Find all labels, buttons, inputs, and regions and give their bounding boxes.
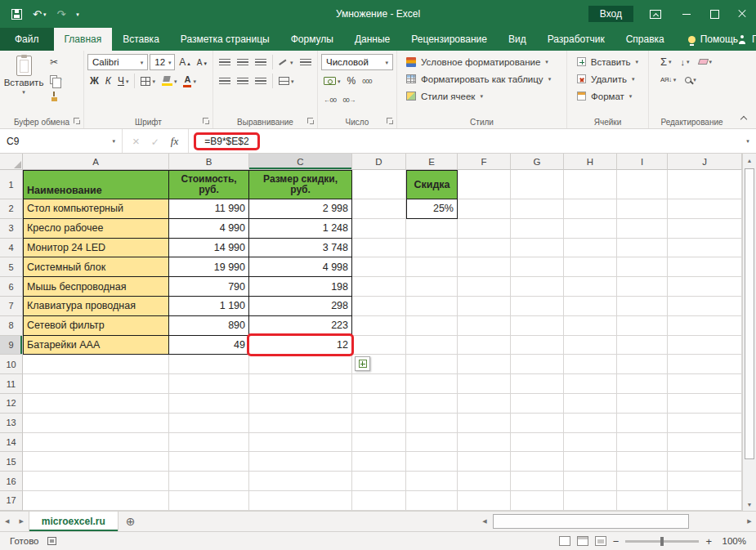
row-header-6[interactable]: 6 xyxy=(0,277,23,297)
cell-F16[interactable] xyxy=(458,472,511,491)
cell-A9[interactable]: Батарейки AAA xyxy=(23,336,169,355)
font-color-button[interactable]: А xyxy=(181,73,198,89)
cell-F14[interactable] xyxy=(458,433,511,453)
column-header-E[interactable]: E xyxy=(406,154,458,170)
enter-icon[interactable] xyxy=(151,134,159,149)
underline-button[interactable]: Ч xyxy=(115,73,132,89)
cell-B11[interactable] xyxy=(169,374,249,394)
row-header-4[interactable]: 4 xyxy=(0,239,23,258)
cell-E6[interactable] xyxy=(406,277,458,297)
cell-A1[interactable]: Наименование xyxy=(23,170,169,199)
cell-C14[interactable] xyxy=(249,433,352,453)
cell-E5[interactable] xyxy=(406,257,458,277)
minimize-button[interactable] xyxy=(673,0,700,28)
align-bottom-button[interactable] xyxy=(253,54,269,70)
cell-C3[interactable]: 1 248 xyxy=(249,219,352,239)
font-size-combo[interactable]: 12 xyxy=(150,54,175,70)
cell-A17[interactable] xyxy=(23,491,169,511)
font-name-combo[interactable]: Calibri xyxy=(87,54,148,70)
macro-record-icon[interactable] xyxy=(47,537,56,545)
cell-styles-button[interactable]: Стили ячеек xyxy=(400,87,563,105)
cell-C2[interactable]: 2 998 xyxy=(249,199,352,219)
cell-D7[interactable] xyxy=(352,297,406,316)
dialog-launcher-icon[interactable] xyxy=(74,118,81,125)
cell-F17[interactable] xyxy=(458,491,511,511)
redo-button[interactable] xyxy=(56,9,65,20)
cell-C5[interactable]: 4 998 xyxy=(249,257,352,277)
dialog-launcher-icon[interactable] xyxy=(203,118,210,125)
tab-help[interactable]: Помощь xyxy=(688,28,738,51)
row-header-2[interactable]: 2 xyxy=(0,199,23,219)
normal-view-button[interactable] xyxy=(559,536,570,546)
insert-cells-button[interactable]: Вставить xyxy=(570,53,645,70)
decrease-decimal-button[interactable]: 00→ xyxy=(340,92,357,108)
cell-E3[interactable] xyxy=(406,219,458,239)
zoom-in-button[interactable] xyxy=(705,536,712,547)
column-header-H[interactable]: H xyxy=(564,154,617,170)
cell-D16[interactable] xyxy=(352,472,406,491)
cell-J7[interactable] xyxy=(668,297,742,316)
cell-E1[interactable]: Скидка xyxy=(406,170,458,199)
cell-E17[interactable] xyxy=(406,491,458,511)
cell-F5[interactable] xyxy=(458,257,511,277)
cell-H9[interactable] xyxy=(564,336,617,355)
close-button[interactable] xyxy=(728,0,756,28)
row-header-1[interactable]: 1 xyxy=(0,170,23,199)
cell-F15[interactable] xyxy=(458,452,511,472)
fill-button[interactable] xyxy=(678,54,692,70)
new-sheet-button[interactable] xyxy=(119,512,143,531)
cell-A8[interactable]: Сетевой фильтр xyxy=(23,316,169,336)
cell-B4[interactable]: 14 990 xyxy=(169,239,249,258)
tab-Файл[interactable]: Файл xyxy=(0,28,54,51)
scroll-down-icon[interactable] xyxy=(747,498,753,511)
cell-J1[interactable] xyxy=(668,170,742,199)
scroll-up-icon[interactable] xyxy=(747,154,753,167)
cell-I5[interactable] xyxy=(617,257,668,277)
bold-button[interactable]: Ж xyxy=(87,73,101,89)
percent-style-button[interactable]: % xyxy=(345,73,359,89)
cut-button[interactable] xyxy=(47,54,65,70)
cell-F13[interactable] xyxy=(458,414,511,433)
cell-B2[interactable]: 11 990 xyxy=(169,199,249,219)
cell-A15[interactable] xyxy=(23,452,169,472)
cell-F2[interactable] xyxy=(458,199,511,219)
cell-G12[interactable] xyxy=(511,394,564,414)
cell-G13[interactable] xyxy=(511,414,564,433)
cell-E14[interactable] xyxy=(406,433,458,453)
cell-C13[interactable] xyxy=(249,414,352,433)
undo-button[interactable] xyxy=(33,9,46,20)
cell-I7[interactable] xyxy=(617,297,668,316)
cell-C7[interactable]: 298 xyxy=(249,297,352,316)
cell-B16[interactable] xyxy=(169,472,249,491)
cell-I3[interactable] xyxy=(617,219,668,239)
italic-button[interactable]: К xyxy=(103,73,114,89)
cell-B12[interactable] xyxy=(169,394,249,414)
tab-Формулы[interactable]: Формулы xyxy=(280,28,344,51)
tab-Главная[interactable]: Главная xyxy=(54,28,113,51)
zoom-slider-thumb[interactable] xyxy=(660,537,664,546)
cell-G10[interactable] xyxy=(511,355,564,374)
cell-I2[interactable] xyxy=(617,199,668,219)
cell-G5[interactable] xyxy=(511,257,564,277)
accounting-format-button[interactable] xyxy=(321,73,343,89)
format-as-table-button[interactable]: Форматировать как таблицу xyxy=(400,70,563,87)
cell-C6[interactable]: 198 xyxy=(249,277,352,297)
cell-H10[interactable] xyxy=(564,355,617,374)
vertical-scroll-thumb[interactable] xyxy=(745,168,754,459)
format-painter-button[interactable] xyxy=(47,88,65,105)
align-left-button[interactable] xyxy=(217,73,233,89)
cell-D12[interactable] xyxy=(352,394,406,414)
number-format-combo[interactable]: Числовой xyxy=(321,54,393,70)
page-break-view-button[interactable] xyxy=(595,536,606,546)
cell-A13[interactable] xyxy=(23,414,169,433)
cell-D14[interactable] xyxy=(352,433,406,453)
insert-function-button[interactable]: fx xyxy=(171,135,178,148)
cell-B3[interactable]: 4 990 xyxy=(169,219,249,239)
cell-H15[interactable] xyxy=(564,452,617,472)
cell-C11[interactable] xyxy=(249,374,352,394)
ribbon-display-options-icon[interactable] xyxy=(650,10,661,19)
select-all-corner[interactable] xyxy=(0,154,23,170)
cell-H11[interactable] xyxy=(564,374,617,394)
zoom-slider[interactable] xyxy=(625,540,699,543)
cell-B8[interactable]: 890 xyxy=(169,316,249,336)
